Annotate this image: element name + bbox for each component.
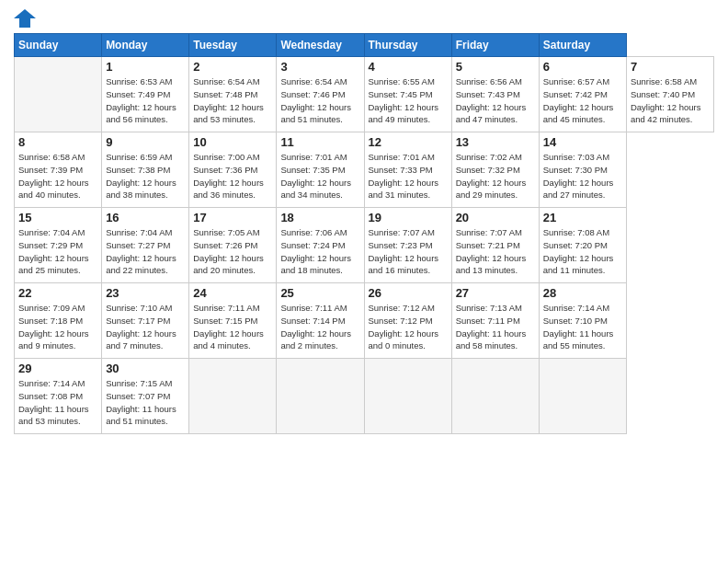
weekday-header-monday: Monday: [102, 34, 189, 57]
week-row-4: 29Sunrise: 7:14 AMSunset: 7:08 PMDayligh…: [15, 359, 714, 434]
week-row-2: 15Sunrise: 7:04 AMSunset: 7:29 PMDayligh…: [15, 208, 714, 283]
weekday-header-saturday: Saturday: [539, 34, 626, 57]
day-cell-5: 5Sunrise: 6:56 AMSunset: 7:43 PMDaylight…: [451, 57, 539, 132]
day-info: Sunrise: 6:58 AMSunset: 7:40 PMDaylight:…: [631, 75, 710, 126]
svg-marker-0: [14, 9, 36, 28]
week-row-1: 8Sunrise: 6:58 AMSunset: 7:39 PMDaylight…: [15, 132, 714, 208]
day-number: 1: [106, 60, 185, 74]
day-number: 30: [106, 362, 185, 375]
day-number: 22: [18, 286, 97, 300]
day-number: 18: [280, 211, 359, 224]
day-info: Sunrise: 7:08 AMSunset: 7:20 PMDaylight:…: [543, 226, 622, 277]
day-cell-20: 20Sunrise: 7:07 AMSunset: 7:21 PMDayligh…: [451, 208, 539, 283]
day-info: Sunrise: 7:00 AMSunset: 7:36 PMDaylight:…: [193, 151, 272, 201]
day-info: Sunrise: 7:13 AMSunset: 7:11 PMDaylight:…: [456, 302, 535, 352]
day-info: Sunrise: 7:07 AMSunset: 7:21 PMDaylight:…: [456, 226, 535, 277]
day-info: Sunrise: 6:58 AMSunset: 7:39 PMDaylight:…: [18, 151, 97, 201]
day-cell-4: 4Sunrise: 6:55 AMSunset: 7:45 PMDaylight…: [364, 57, 451, 132]
day-number: 11: [280, 135, 359, 149]
day-cell-15: 15Sunrise: 7:04 AMSunset: 7:29 PMDayligh…: [15, 208, 102, 283]
day-cell-13: 13Sunrise: 7:02 AMSunset: 7:32 PMDayligh…: [451, 132, 539, 208]
day-info: Sunrise: 6:54 AMSunset: 7:48 PMDaylight:…: [193, 75, 272, 126]
day-cell-10: 10Sunrise: 7:00 AMSunset: 7:36 PMDayligh…: [189, 132, 277, 208]
day-number: 2: [193, 60, 272, 74]
day-cell-1: 1Sunrise: 6:53 AMSunset: 7:49 PMDaylight…: [102, 57, 189, 132]
day-cell-2: 2Sunrise: 6:54 AMSunset: 7:48 PMDaylight…: [189, 57, 277, 132]
day-info: Sunrise: 6:53 AMSunset: 7:49 PMDaylight:…: [106, 75, 185, 126]
day-number: 14: [543, 135, 622, 149]
day-info: Sunrise: 6:59 AMSunset: 7:38 PMDaylight:…: [106, 151, 185, 201]
day-cell-7: 7Sunrise: 6:58 AMSunset: 7:40 PMDaylight…: [626, 57, 713, 132]
day-number: 10: [193, 135, 272, 149]
day-info: Sunrise: 7:03 AMSunset: 7:30 PMDaylight:…: [543, 151, 622, 201]
day-cell-21: 21Sunrise: 7:08 AMSunset: 7:20 PMDayligh…: [539, 208, 626, 283]
day-cell-30: 30Sunrise: 7:15 AMSunset: 7:07 PMDayligh…: [102, 359, 189, 434]
day-info: Sunrise: 7:04 AMSunset: 7:29 PMDaylight:…: [18, 226, 97, 277]
day-number: 15: [18, 211, 97, 224]
empty-cell: [364, 359, 451, 434]
empty-cell: [189, 359, 277, 434]
empty-cell: [15, 57, 102, 132]
day-cell-12: 12Sunrise: 7:01 AMSunset: 7:33 PMDayligh…: [364, 132, 451, 208]
day-cell-25: 25Sunrise: 7:11 AMSunset: 7:14 PMDayligh…: [277, 283, 364, 359]
day-number: 25: [280, 286, 359, 300]
empty-cell: [277, 359, 364, 434]
weekday-header-friday: Friday: [451, 34, 539, 57]
day-cell-17: 17Sunrise: 7:05 AMSunset: 7:26 PMDayligh…: [189, 208, 277, 283]
day-number: 5: [456, 60, 535, 74]
day-info: Sunrise: 7:10 AMSunset: 7:17 PMDaylight:…: [106, 302, 185, 352]
day-cell-11: 11Sunrise: 7:01 AMSunset: 7:35 PMDayligh…: [277, 132, 364, 208]
day-cell-29: 29Sunrise: 7:14 AMSunset: 7:08 PMDayligh…: [15, 359, 102, 434]
day-info: Sunrise: 7:01 AMSunset: 7:33 PMDaylight:…: [369, 151, 448, 201]
calendar-container: SundayMondayTuesdayWednesdayThursdayFrid…: [0, 0, 728, 443]
day-info: Sunrise: 7:07 AMSunset: 7:23 PMDaylight:…: [369, 226, 448, 277]
day-info: Sunrise: 7:02 AMSunset: 7:32 PMDaylight:…: [456, 151, 535, 201]
calendar-table: SundayMondayTuesdayWednesdayThursdayFrid…: [14, 33, 714, 434]
day-info: Sunrise: 7:14 AMSunset: 7:10 PMDaylight:…: [543, 302, 622, 352]
week-row-0: 1Sunrise: 6:53 AMSunset: 7:49 PMDaylight…: [15, 57, 714, 132]
day-number: 20: [456, 211, 535, 224]
day-number: 7: [631, 60, 710, 74]
weekday-header-thursday: Thursday: [364, 34, 451, 57]
day-cell-6: 6Sunrise: 6:57 AMSunset: 7:42 PMDaylight…: [539, 57, 626, 132]
day-cell-22: 22Sunrise: 7:09 AMSunset: 7:18 PMDayligh…: [15, 283, 102, 359]
day-number: 28: [543, 286, 622, 300]
day-info: Sunrise: 6:54 AMSunset: 7:46 PMDaylight:…: [280, 75, 359, 126]
day-cell-8: 8Sunrise: 6:58 AMSunset: 7:39 PMDaylight…: [15, 132, 102, 208]
weekday-header-wednesday: Wednesday: [277, 34, 364, 57]
day-info: Sunrise: 7:12 AMSunset: 7:12 PMDaylight:…: [369, 302, 448, 352]
day-number: 24: [193, 286, 272, 300]
day-info: Sunrise: 7:01 AMSunset: 7:35 PMDaylight:…: [280, 151, 359, 201]
day-number: 13: [456, 135, 535, 149]
day-cell-3: 3Sunrise: 6:54 AMSunset: 7:46 PMDaylight…: [277, 57, 364, 132]
day-info: Sunrise: 7:11 AMSunset: 7:15 PMDaylight:…: [193, 302, 272, 352]
header: [14, 9, 714, 28]
day-number: 6: [543, 60, 622, 74]
day-number: 27: [456, 286, 535, 300]
weekday-header-tuesday: Tuesday: [189, 34, 277, 57]
day-cell-19: 19Sunrise: 7:07 AMSunset: 7:23 PMDayligh…: [364, 208, 451, 283]
day-number: 23: [106, 286, 185, 300]
day-number: 9: [106, 135, 185, 149]
day-info: Sunrise: 7:09 AMSunset: 7:18 PMDaylight:…: [18, 302, 97, 352]
day-number: 16: [106, 211, 185, 224]
day-info: Sunrise: 7:04 AMSunset: 7:27 PMDaylight:…: [106, 226, 185, 277]
week-row-3: 22Sunrise: 7:09 AMSunset: 7:18 PMDayligh…: [15, 283, 714, 359]
day-info: Sunrise: 7:06 AMSunset: 7:24 PMDaylight:…: [280, 226, 359, 277]
logo-icon: [14, 9, 36, 28]
day-number: 21: [543, 211, 622, 224]
day-cell-24: 24Sunrise: 7:11 AMSunset: 7:15 PMDayligh…: [189, 283, 277, 359]
day-number: 12: [369, 135, 448, 149]
empty-cell: [451, 359, 539, 434]
day-info: Sunrise: 6:56 AMSunset: 7:43 PMDaylight:…: [456, 75, 535, 126]
day-cell-26: 26Sunrise: 7:12 AMSunset: 7:12 PMDayligh…: [364, 283, 451, 359]
day-cell-14: 14Sunrise: 7:03 AMSunset: 7:30 PMDayligh…: [539, 132, 626, 208]
day-cell-23: 23Sunrise: 7:10 AMSunset: 7:17 PMDayligh…: [102, 283, 189, 359]
day-number: 3: [280, 60, 359, 74]
day-cell-28: 28Sunrise: 7:14 AMSunset: 7:10 PMDayligh…: [539, 283, 626, 359]
day-info: Sunrise: 7:05 AMSunset: 7:26 PMDaylight:…: [193, 226, 272, 277]
day-number: 17: [193, 211, 272, 224]
weekday-header-sunday: Sunday: [15, 34, 102, 57]
day-info: Sunrise: 7:15 AMSunset: 7:07 PMDaylight:…: [106, 377, 185, 428]
logo: [14, 9, 38, 28]
